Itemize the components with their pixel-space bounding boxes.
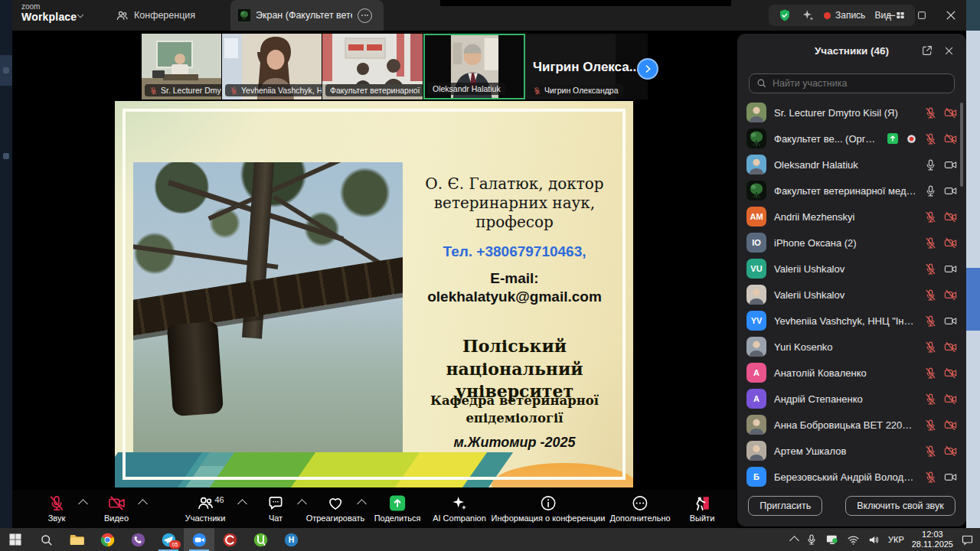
participant-row[interactable]: Факультет ветеринарної медицини ... (737, 178, 966, 204)
participant-row[interactable]: Yuri Kosenko (737, 334, 966, 360)
camera-icon (944, 315, 957, 328)
participant-row[interactable]: Артем Ушкалов (737, 438, 966, 464)
video-thumbnail[interactable]: Oleksandr Halatiuk (423, 34, 525, 99)
tab-options-icon[interactable] (358, 8, 372, 23)
toolbar-button-heart[interactable]: Отреагировать (306, 494, 365, 523)
toolbar-button-more[interactable]: Дополнительно (609, 494, 670, 523)
muted-mic-icon (924, 393, 937, 406)
avatar (746, 415, 766, 435)
chevron-down-icon[interactable] (75, 11, 86, 21)
taskbar-icon-search[interactable] (31, 528, 61, 551)
invite-button[interactable]: Пригласить (748, 496, 822, 516)
video-thumbnail[interactable]: Чигрин Олекса...Чигрин Олександра (525, 34, 648, 99)
participant-row[interactable]: AАнатолій Коваленко (737, 360, 966, 386)
recording-indicator[interactable]: Запись (824, 10, 865, 21)
close-button[interactable] (943, 8, 959, 23)
toolbar-button-info[interactable]: Информация о конференции (492, 494, 606, 523)
muted-mic-icon (924, 106, 937, 119)
toolbar-button-sparkle[interactable]: AI Companion (433, 494, 486, 523)
thumbnail-name-label: Sr. Lecturer Dmytro Kisil (145, 84, 221, 96)
tray-screenshare-icon[interactable] (825, 533, 839, 546)
participant-row[interactable]: YVYevheniia Vashchyk, ННЦ "Інститут ек..… (737, 308, 966, 334)
video-thumbnail[interactable]: Факультет ветеринарної ... (322, 34, 423, 99)
taskbar-icon-explorer[interactable] (61, 528, 92, 551)
avatar (746, 155, 766, 174)
toolbar-button-people[interactable]: 46Участники (185, 494, 226, 523)
search-icon (756, 77, 767, 89)
popout-icon[interactable] (920, 44, 934, 57)
toolbar-button-leave[interactable]: Выйти (690, 494, 715, 523)
participant-row[interactable]: Oleksandr Halatiuk (737, 152, 966, 178)
wifi-icon[interactable] (847, 533, 860, 546)
taskbar-icon-utorrent[interactable] (245, 528, 276, 551)
clock[interactable]: 12:0328.11.2025 (912, 530, 953, 549)
taskbar-icon-chrome[interactable] (92, 528, 122, 551)
toolbar-button-camOff[interactable]: Видео (104, 494, 129, 523)
camera-icon (944, 158, 957, 171)
maximize-button[interactable] (914, 8, 929, 23)
notification-center-icon[interactable] (961, 533, 974, 546)
toolbar-button-label: Поделиться (374, 514, 421, 523)
unmute-self-button[interactable]: Включить свой звук (845, 496, 956, 516)
taskbar-icon-telegram[interactable]: 05 (153, 528, 184, 551)
avatar: Б (746, 467, 766, 487)
participant-row[interactable]: Анна Бобровицька ВЕТ 2201-1 М-6 (737, 412, 966, 438)
participant-name: Березовський Андрій Володимирович (774, 471, 916, 483)
camera-off-icon (944, 367, 957, 380)
tab-shared-screen[interactable]: Экран (Факультет ветеринарної (230, 0, 384, 31)
video-thumbnail[interactable]: Yevheniia Vashchyk, Н... (222, 34, 322, 99)
toolbar-button-share[interactable]: Поделиться (374, 494, 421, 523)
muted-mic-icon (924, 262, 937, 276)
avatar (746, 129, 766, 148)
toolbar-button-chat[interactable]: Чат (267, 494, 285, 523)
volume-icon[interactable] (867, 533, 880, 546)
chevron-up-icon[interactable] (78, 499, 88, 509)
participant-row[interactable]: VUValerii Ushkalov (737, 256, 966, 282)
participant-row[interactable]: AMAndrii Mezhenskyi (737, 204, 966, 230)
taskbar-icon-viber[interactable] (122, 528, 153, 551)
participant-row[interactable]: AАндрій Степаненко (737, 386, 966, 412)
panel-close-icon[interactable] (942, 44, 956, 57)
participant-row[interactable]: Valerii Ushkalov (737, 282, 966, 308)
minimize-button[interactable] (884, 8, 899, 23)
participants-title: Участники (46) (815, 45, 889, 57)
participants-header: Участники (46) (737, 34, 966, 67)
participant-status-icons (924, 471, 957, 484)
muted-mic-icon (924, 341, 937, 354)
next-videos-button[interactable] (637, 58, 658, 80)
participant-row[interactable]: ББерезовський Андрій Володимирович (737, 464, 966, 490)
participant-row[interactable]: Sr. Lecturer Dmytro Kisil (Я) (737, 99, 966, 126)
participant-row[interactable]: Факультет ве... (Организатор) (737, 126, 966, 152)
tray-chevron-icon[interactable] (789, 536, 799, 546)
tab-meeting[interactable]: Конференция (116, 0, 195, 31)
chevron-up-icon[interactable] (237, 499, 247, 509)
security-shield-icon[interactable] (778, 8, 792, 22)
taskbar-icon-ccleaner[interactable] (214, 528, 245, 551)
toolbar-button-label: Отреагировать (306, 514, 365, 523)
info-icon (540, 494, 557, 512)
taskbar-icon-happ[interactable]: H (276, 528, 306, 551)
muted-mic-icon (924, 132, 937, 145)
language-indicator[interactable]: УКР (888, 535, 904, 544)
camera-off-icon (944, 210, 957, 223)
video-thumbnail[interactable]: Sr. Lecturer Dmytro Kisil (142, 34, 221, 99)
micOff-icon (48, 494, 66, 512)
search-input[interactable] (749, 73, 955, 93)
muted-mic-icon (924, 289, 937, 302)
participant-status-icons (924, 341, 957, 354)
participant-row[interactable]: IOiPhone Оксана (2) (737, 230, 966, 256)
scrollbar[interactable] (960, 103, 963, 187)
system-tray: УКР12:0328.11.2025 (791, 530, 980, 549)
tray-mic-icon[interactable] (805, 533, 818, 546)
chevron-up-icon[interactable] (138, 499, 148, 509)
avatar (746, 337, 766, 357)
toolbar-button-micOff[interactable]: Звук (48, 494, 66, 523)
taskbar-icon-zoom[interactable] (184, 528, 214, 551)
thumbnail-name-label: Yevheniia Vashchyk, Н... (225, 84, 322, 96)
muted-mic-icon (924, 367, 937, 380)
ai-sparkle-icon[interactable] (801, 8, 815, 22)
taskbar-icon-start[interactable] (0, 528, 31, 551)
slide-department-text: Кафедра ветеринарної епідеміології (412, 392, 617, 427)
tree-photo (133, 162, 403, 466)
participant-name: iPhone Оксана (2) (774, 237, 916, 249)
